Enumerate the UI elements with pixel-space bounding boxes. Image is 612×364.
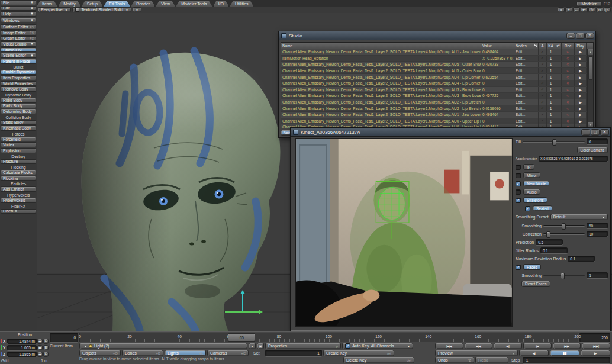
sidebar-item[interactable]: Calculate Flocks	[1, 170, 36, 175]
sidebar-item[interactable]: Item Properties	[1, 75, 36, 80]
preview-dropdown[interactable]: Preview▼	[435, 350, 518, 356]
position-value-field[interactable]: 1.4844 m	[7, 339, 37, 344]
sidebar-item[interactable]: Fracture	[1, 159, 36, 165]
active-check[interactable]: ✓	[539, 87, 547, 93]
playback-button[interactable]: ◀	[519, 350, 549, 356]
view-mode-dropdown[interactable]: Perspective▼	[38, 7, 71, 12]
slider-value[interactable]: 10	[587, 231, 608, 237]
channel-value[interactable]: 0	[481, 80, 514, 86]
record-icon[interactable]: ○	[562, 49, 575, 55]
current-item-dropdown[interactable]: ▼ Light (2)	[79, 343, 247, 349]
nodes-edit-button[interactable]: Edit...	[514, 80, 532, 86]
nodes-edit-button[interactable]: Edit...	[514, 112, 532, 118]
sidebar-item[interactable]: FiberFX	[1, 209, 36, 214]
channel-row[interactable]: Channel Alien_Emissary_Nevron_Demo_Facia…	[281, 93, 587, 99]
toggle-label[interactable]: Audio	[523, 189, 540, 195]
record-icon[interactable]: ○	[562, 112, 575, 118]
active-check[interactable]: ✓	[539, 68, 547, 74]
main-tab[interactable]: Render	[131, 1, 155, 7]
channel-row[interactable]: Channel Alien_Emissary_Nevron_Demo_Facia…	[281, 99, 587, 106]
field-value[interactable]: 0.1	[568, 256, 595, 262]
channel-value[interactable]: X -0.0250363 Y 0.1	[481, 56, 514, 62]
sidebar-item[interactable]: Explosion	[1, 148, 36, 153]
record-icon[interactable]: ○	[562, 68, 575, 74]
channel-value[interactable]: 0.0159096	[481, 105, 514, 111]
auto-key-toggle[interactable]: ✓ Auto KeyAll Channels ▼	[342, 343, 413, 349]
play-icon[interactable]: ▶	[575, 105, 587, 111]
play-icon[interactable]: ▶	[575, 68, 587, 74]
smoothing-preset-dropdown[interactable]: Default▼	[550, 214, 608, 220]
checkbox[interactable]: ✓	[516, 181, 521, 186]
channel-row[interactable]: Channel Alien_Emissary_Nevron_Demo_Facia…	[281, 68, 587, 75]
faces-toggle[interactable]: Faces	[523, 264, 541, 270]
start-frame-field[interactable]: 0	[50, 333, 78, 342]
sidebar-item[interactable]: Remove Body	[1, 86, 36, 92]
active-check[interactable]: ✓	[539, 112, 547, 118]
menu-button[interactable]: Help▼	[1, 11, 36, 17]
nodes-edit-button[interactable]: Edit...	[514, 105, 532, 111]
record-icon[interactable]: ○	[562, 93, 575, 99]
toggle-label[interactable]: Seated	[533, 205, 552, 211]
channel-row[interactable]: Channel Alien_Emissary_Nevron_Demo_Facia…	[281, 112, 587, 118]
windows-menu-button[interactable]: Windows▼	[1, 18, 36, 23]
sidebar-editor-button[interactable]: Visual Studio ▼	[1, 41, 36, 47]
playback-button[interactable]: ▶	[581, 350, 610, 356]
channel-row[interactable]: Channel Alien_Emissary_Nevron_Demo_Facia…	[281, 49, 587, 56]
tilt-slider[interactable]	[523, 141, 585, 143]
active-check[interactable]: ✓	[539, 62, 547, 67]
active-check[interactable]: ✓	[539, 56, 547, 62]
play-icon[interactable]: ▶	[575, 80, 587, 86]
transport-button[interactable]: ◀◀	[465, 343, 493, 349]
slider[interactable]	[543, 233, 585, 235]
timeline-ruler[interactable]: 0 20 40 60 80 100 120 140 160	[79, 333, 578, 342]
field-value[interactable]: 0.5	[536, 239, 563, 245]
channel-value[interactable]: 0.622554	[481, 74, 514, 80]
record-icon[interactable]: ○	[562, 87, 575, 93]
channel-value[interactable]: 0.498464	[481, 112, 514, 118]
checkbox[interactable]: ✓	[525, 206, 530, 211]
viewport-tool-icon[interactable]: ⊙	[596, 7, 603, 12]
channel-value[interactable]: 0	[481, 99, 514, 105]
playback-button[interactable]: ▮▮	[550, 350, 579, 356]
checkbox[interactable]: ✓	[516, 198, 521, 203]
channel-row[interactable]: Channel Alien_Emissary_Nevron_Demo_Facia…	[281, 62, 587, 68]
delete-key-button[interactable]: Delete Keydel	[343, 357, 414, 363]
checkbox[interactable]: ✓	[516, 165, 521, 170]
sidebar-item[interactable]: Kinematic Body	[1, 125, 36, 131]
main-tab[interactable]: FX Tools	[104, 1, 130, 7]
play-icon[interactable]: ▶	[575, 93, 587, 99]
main-tab[interactable]: Items	[37, 1, 57, 7]
record-icon[interactable]: ○	[562, 62, 575, 67]
channel-row[interactable]: Channel Alien_Emissary_Nevron_Demo_Facia…	[281, 87, 587, 94]
faces-smoothing-slider[interactable]	[543, 275, 585, 276]
active-check[interactable]: ✓	[539, 80, 547, 86]
play-icon[interactable]: ▶	[575, 56, 587, 62]
transport-button[interactable]: ◀|	[494, 343, 522, 349]
sidebar-editor-button[interactable]: Graph Editor F2 ▼	[1, 36, 36, 41]
active-check[interactable]: ✓	[539, 118, 547, 124]
record-icon[interactable]: ○	[562, 105, 575, 111]
sidebar-item[interactable]: Deforming Body	[1, 109, 36, 114]
envelope-button[interactable]: E	[43, 339, 49, 344]
sidebar-item[interactable]: Rigid Body	[1, 98, 36, 103]
create-key-button[interactable]: Create Keyret	[323, 350, 394, 356]
redo-button[interactable]: Redo	[475, 357, 508, 363]
play-icon[interactable]: ▶	[575, 99, 587, 105]
channel-value[interactable]: 0.498464	[481, 49, 514, 55]
transport-button[interactable]: ▶▶	[553, 343, 581, 349]
sidebar-item[interactable]: Forcefield	[1, 137, 36, 142]
viewport-tool-icon[interactable]: ≡	[558, 7, 565, 12]
record-icon[interactable]: ○	[562, 118, 575, 124]
minimize-icon[interactable]: –	[566, 33, 575, 39]
channel-value[interactable]: 0	[481, 87, 514, 93]
menu-button[interactable]: File▼	[1, 0, 36, 5]
main-tab[interactable]: Modify	[58, 1, 81, 7]
sidebar-item[interactable]: Add Emitter	[1, 186, 36, 192]
main-tab[interactable]: I/O	[213, 1, 229, 7]
main-tab[interactable]: Setup	[82, 1, 103, 7]
slider-value[interactable]: 50	[587, 223, 608, 228]
toggle-label[interactable]: IR	[523, 164, 534, 170]
record-icon[interactable]: ○	[562, 74, 575, 80]
frame-slider-handle[interactable]: 65	[228, 333, 255, 342]
color-camera-button[interactable]: Color Camera	[577, 147, 608, 153]
